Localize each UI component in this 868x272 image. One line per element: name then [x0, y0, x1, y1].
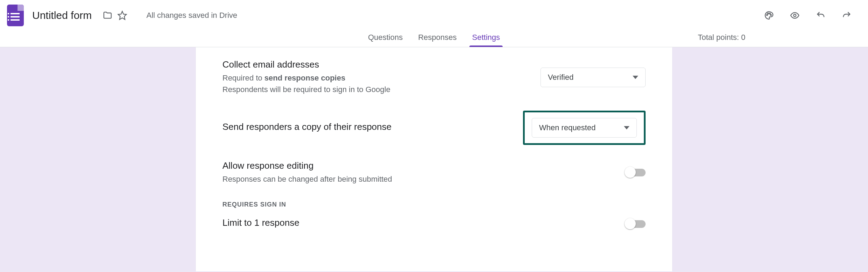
total-points: Total points: 0	[698, 33, 745, 42]
app-header: Untitled form All changes saved in Drive	[0, 0, 868, 26]
svg-marker-0	[118, 11, 126, 19]
redo-icon[interactable]	[839, 8, 854, 23]
setting-allow-edit: Allow response editing Responses can be …	[222, 153, 646, 193]
chevron-down-icon	[624, 125, 629, 131]
collect-email-dropdown-value: Verified	[548, 73, 573, 82]
send-copy-highlight: When requested	[523, 111, 646, 145]
setting-collect-email: Collect email addresses Required to send…	[222, 51, 646, 103]
collect-email-sub-prefix: Required to	[222, 74, 264, 82]
svg-point-4	[770, 14, 771, 15]
undo-icon[interactable]	[813, 8, 828, 23]
limit-one-title: Limit to 1 response	[222, 217, 299, 228]
chevron-down-icon	[633, 75, 638, 80]
collect-email-sub: Required to send response copies Respond…	[222, 72, 390, 95]
tab-questions[interactable]: Questions	[367, 33, 404, 47]
setting-send-copy: Send responders a copy of their response…	[222, 103, 646, 153]
save-status: All changes saved in Drive	[146, 11, 237, 20]
customize-theme-icon[interactable]	[762, 8, 776, 23]
send-copy-dropdown-value: When requested	[539, 123, 595, 132]
forms-logo-icon[interactable]	[7, 5, 24, 26]
limit-one-toggle[interactable]	[626, 220, 646, 228]
tab-settings[interactable]: Settings	[471, 33, 502, 47]
star-icon[interactable]	[115, 8, 130, 23]
requires-signin-label: REQUIRES SIGN IN	[222, 201, 646, 208]
preview-icon[interactable]	[787, 8, 802, 23]
svg-point-2	[767, 13, 769, 14]
header-actions	[762, 8, 861, 23]
form-title[interactable]: Untitled form	[32, 9, 92, 21]
collect-email-dropdown[interactable]: Verified	[540, 68, 646, 87]
settings-card: Collect email addresses Required to send…	[196, 47, 672, 271]
collect-email-sub-bold: send response copies	[264, 74, 345, 82]
svg-point-3	[770, 13, 771, 14]
send-copy-dropdown[interactable]: When requested	[532, 118, 637, 138]
collect-email-sub-line2: Respondents will be required to sign in …	[222, 85, 390, 94]
allow-edit-toggle[interactable]	[626, 169, 646, 176]
tab-responses[interactable]: Responses	[417, 33, 458, 47]
svg-point-5	[794, 14, 796, 16]
tabs-row: Questions Responses Settings Total point…	[0, 26, 868, 47]
collect-email-title: Collect email addresses	[222, 59, 390, 70]
allow-edit-sub: Responses can be changed after being sub…	[222, 173, 392, 185]
send-copy-title: Send responders a copy of their response	[222, 121, 392, 132]
move-to-folder-icon[interactable]	[100, 8, 115, 23]
settings-canvas: Collect email addresses Required to send…	[0, 47, 868, 271]
allow-edit-title: Allow response editing	[222, 160, 392, 171]
setting-limit-one: Limit to 1 response	[222, 210, 646, 238]
svg-point-1	[766, 14, 767, 15]
